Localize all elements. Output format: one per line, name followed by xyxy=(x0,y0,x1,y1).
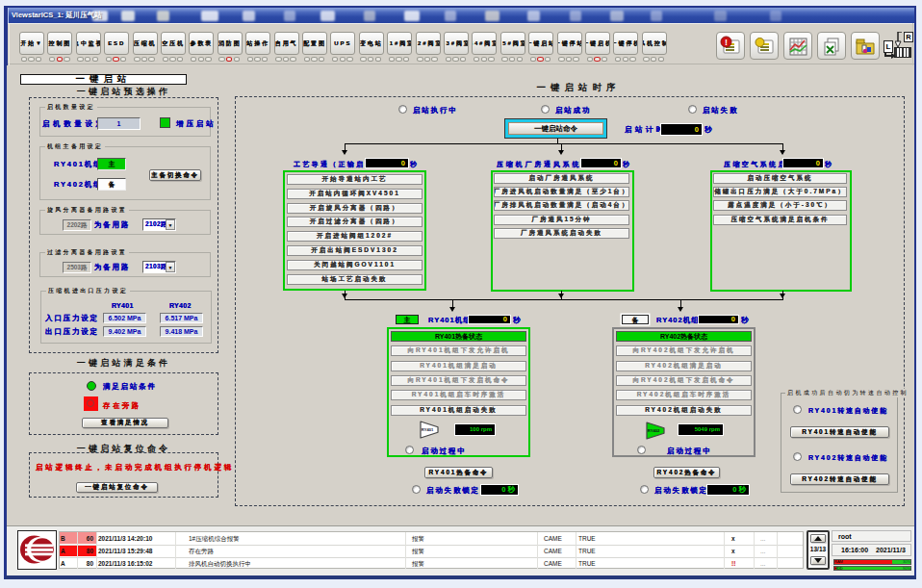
svg-text:RY401: RY401 xyxy=(422,427,434,432)
svg-text:RY402: RY402 xyxy=(648,428,660,433)
svg-text:!: ! xyxy=(725,37,728,46)
